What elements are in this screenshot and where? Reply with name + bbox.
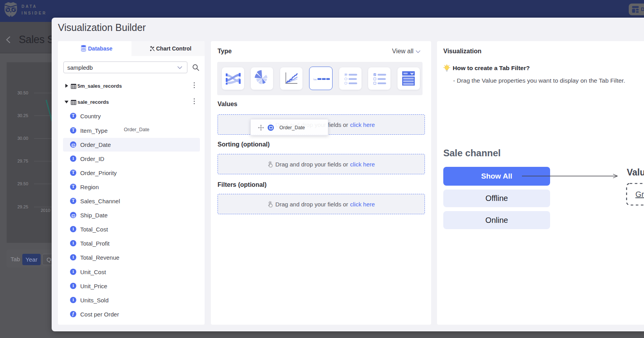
svg-text:Tab: Tab — [313, 78, 317, 81]
